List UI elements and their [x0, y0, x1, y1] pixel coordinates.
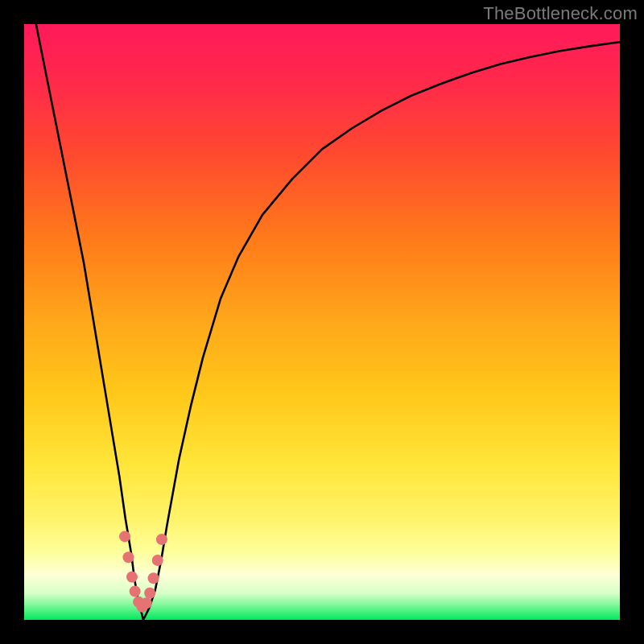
bottleneck-curve — [24, 24, 620, 620]
trough-dot — [130, 585, 141, 597]
plot-area — [24, 24, 620, 620]
trough-dot — [126, 572, 138, 583]
trough-dot — [152, 555, 163, 566]
trough-dot — [141, 597, 152, 609]
trough-dot — [123, 551, 134, 563]
trough-dot — [119, 530, 130, 542]
watermark-text: TheBottleneck.com — [483, 3, 638, 24]
trough-dot — [144, 588, 155, 599]
trough-dot — [148, 572, 159, 584]
chart-viewport: TheBottleneck.com — [0, 0, 644, 644]
trough-dot — [156, 534, 167, 545]
